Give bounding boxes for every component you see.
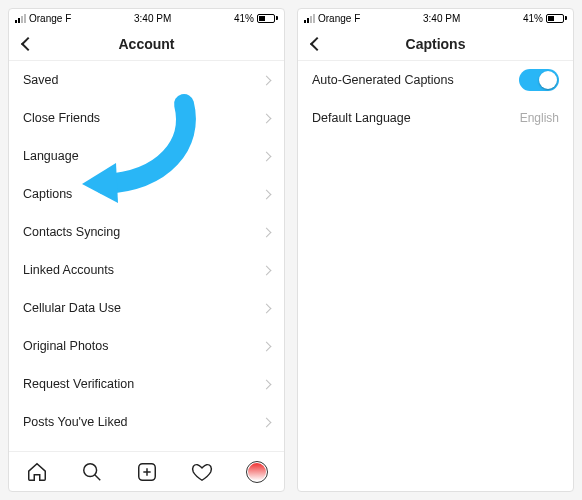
avatar-icon — [246, 461, 268, 483]
bottom-tabbar — [9, 451, 284, 491]
search-icon — [81, 461, 103, 483]
row-label: Request Verification — [23, 377, 134, 391]
row-default-language[interactable]: Default Language English — [298, 99, 573, 137]
chevron-right-icon — [263, 267, 270, 274]
signal-icon — [15, 14, 26, 23]
row-auto-generated-captions: Auto-Generated Captions — [298, 61, 573, 99]
row-original-photos[interactable]: Original Photos — [9, 327, 284, 365]
plus-square-icon — [136, 461, 158, 483]
row-label: Saved — [23, 73, 58, 87]
chevron-right-icon — [263, 419, 270, 426]
row-label: Contacts Syncing — [23, 225, 120, 239]
page-title: Captions — [406, 36, 466, 52]
carrier-label: Orange F — [318, 13, 360, 24]
settings-list: Saved Close Friends Language Captions Co… — [9, 61, 284, 451]
row-label: Cellular Data Use — [23, 301, 121, 315]
nav-header: Captions — [298, 27, 573, 61]
row-value: English — [520, 111, 559, 125]
status-bar: Orange F 3:40 PM 41% — [9, 9, 284, 27]
nav-header: Account — [9, 27, 284, 61]
battery-percent: 41% — [234, 13, 254, 24]
page-title: Account — [119, 36, 175, 52]
battery-percent: 41% — [523, 13, 543, 24]
chevron-right-icon — [263, 191, 270, 198]
row-request-verification[interactable]: Request Verification — [9, 365, 284, 403]
back-button[interactable] — [17, 33, 39, 55]
row-label: Posts You've Liked — [23, 415, 128, 429]
row-label: Auto-Generated Captions — [312, 73, 454, 87]
account-settings-screen: Orange F 3:40 PM 41% Account Saved Close… — [8, 8, 285, 492]
svg-line-1 — [94, 474, 100, 480]
battery-icon — [546, 14, 567, 23]
row-linked-accounts[interactable]: Linked Accounts — [9, 251, 284, 289]
chevron-right-icon — [263, 229, 270, 236]
home-icon — [26, 461, 48, 483]
tab-profile[interactable] — [245, 460, 269, 484]
row-label: Language — [23, 149, 79, 163]
tab-home[interactable] — [25, 460, 49, 484]
row-posts-youve-liked[interactable]: Posts You've Liked — [9, 403, 284, 441]
row-label: Original Photos — [23, 339, 108, 353]
captions-settings-screen: Orange F 3:40 PM 41% Captions Auto-Gener… — [297, 8, 574, 492]
chevron-right-icon — [263, 115, 270, 122]
row-saved[interactable]: Saved — [9, 61, 284, 99]
carrier-label: Orange F — [29, 13, 71, 24]
row-contacts-syncing[interactable]: Contacts Syncing — [9, 213, 284, 251]
tab-activity[interactable] — [190, 460, 214, 484]
auto-captions-toggle[interactable] — [519, 69, 559, 91]
row-label: Default Language — [312, 111, 411, 125]
row-branded-content-tools[interactable]: Branded Content Tools — [9, 441, 284, 451]
battery-icon — [257, 14, 278, 23]
signal-icon — [304, 14, 315, 23]
back-button[interactable] — [306, 33, 328, 55]
chevron-left-icon — [312, 39, 322, 49]
row-captions[interactable]: Captions — [9, 175, 284, 213]
heart-icon — [191, 461, 213, 483]
row-label: Close Friends — [23, 111, 100, 125]
chevron-left-icon — [23, 39, 33, 49]
row-label: Captions — [23, 187, 72, 201]
row-cellular-data-use[interactable]: Cellular Data Use — [9, 289, 284, 327]
chevron-right-icon — [263, 381, 270, 388]
chevron-right-icon — [263, 305, 270, 312]
status-bar: Orange F 3:40 PM 41% — [298, 9, 573, 27]
tab-new-post[interactable] — [135, 460, 159, 484]
clock-label: 3:40 PM — [423, 13, 460, 24]
chevron-right-icon — [263, 153, 270, 160]
clock-label: 3:40 PM — [134, 13, 171, 24]
tab-search[interactable] — [80, 460, 104, 484]
row-label: Linked Accounts — [23, 263, 114, 277]
chevron-right-icon — [263, 77, 270, 84]
captions-list: Auto-Generated Captions Default Language… — [298, 61, 573, 491]
row-language[interactable]: Language — [9, 137, 284, 175]
chevron-right-icon — [263, 343, 270, 350]
row-close-friends[interactable]: Close Friends — [9, 99, 284, 137]
svg-point-0 — [83, 463, 96, 476]
